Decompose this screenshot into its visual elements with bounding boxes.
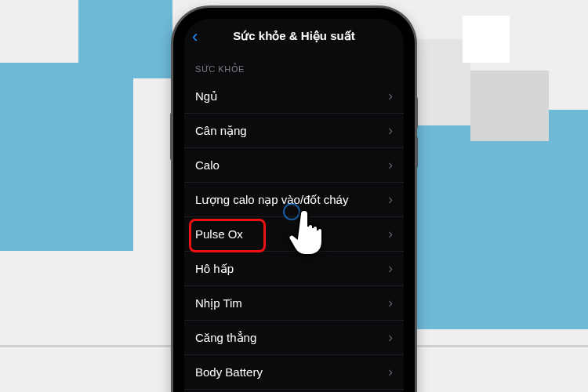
chevron-right-icon: › xyxy=(388,260,393,277)
row-label: Căng thẳng xyxy=(195,331,256,345)
row-label: Body Battery xyxy=(195,365,263,379)
row-heart-rate[interactable]: Nhịp Tim › xyxy=(184,286,404,321)
power-button xyxy=(170,113,173,160)
bg-square xyxy=(0,63,133,251)
row-label: Pulse Ox xyxy=(195,227,243,241)
chevron-right-icon: › xyxy=(388,157,393,173)
row-sleep[interactable]: Ngủ › xyxy=(184,79,404,114)
row-calories-in-out[interactable]: Lượng calo nạp vào/đốt cháy › xyxy=(184,183,404,217)
settings-list: Ngủ › Cân nặng › Calo › Lượng calo nạp v… xyxy=(184,79,404,392)
row-label: Calo xyxy=(195,158,220,172)
phone-frame: ‹ Sức khỏe & Hiệu suất SỨC KHỎE Ngủ › Câ… xyxy=(173,8,415,392)
section-header: SỨC KHỎE xyxy=(184,53,404,79)
row-body-battery[interactable]: Body Battery › xyxy=(184,355,404,390)
row-label: Lượng calo nạp vào/đốt cháy xyxy=(195,193,348,207)
chevron-right-icon: › xyxy=(388,88,393,104)
row-label: Cân nặng xyxy=(195,124,247,138)
row-label: Ngủ xyxy=(195,89,218,103)
bg-square xyxy=(470,71,549,141)
volume-down-button xyxy=(415,136,418,168)
back-button[interactable]: ‹ xyxy=(192,28,198,45)
row-respiration[interactable]: Hô hấp › xyxy=(184,252,404,286)
nav-bar: ‹ Sức khỏe & Hiệu suất xyxy=(184,19,404,53)
chevron-right-icon: › xyxy=(388,329,393,346)
chevron-right-icon: › xyxy=(388,364,393,380)
chevron-right-icon: › xyxy=(388,226,393,242)
bg-square xyxy=(463,16,510,63)
row-weight[interactable]: Cân nặng › xyxy=(184,114,404,148)
page-title: Sức khỏe & Hiệu suất xyxy=(233,29,354,43)
chevron-right-icon: › xyxy=(388,122,393,139)
chevron-right-icon: › xyxy=(388,295,393,311)
row-label: Nhịp Tim xyxy=(195,296,242,310)
row-stress[interactable]: Căng thẳng › xyxy=(184,321,404,355)
row-pulse-ox[interactable]: Pulse Ox › xyxy=(184,217,404,252)
chevron-right-icon: › xyxy=(388,191,393,208)
bg-square xyxy=(78,0,172,78)
row-label: Hô hấp xyxy=(195,262,234,276)
phone-screen: ‹ Sức khỏe & Hiệu suất SỨC KHỎE Ngủ › Câ… xyxy=(184,19,404,392)
volume-up-button xyxy=(415,97,418,129)
row-calories[interactable]: Calo › xyxy=(184,148,404,183)
